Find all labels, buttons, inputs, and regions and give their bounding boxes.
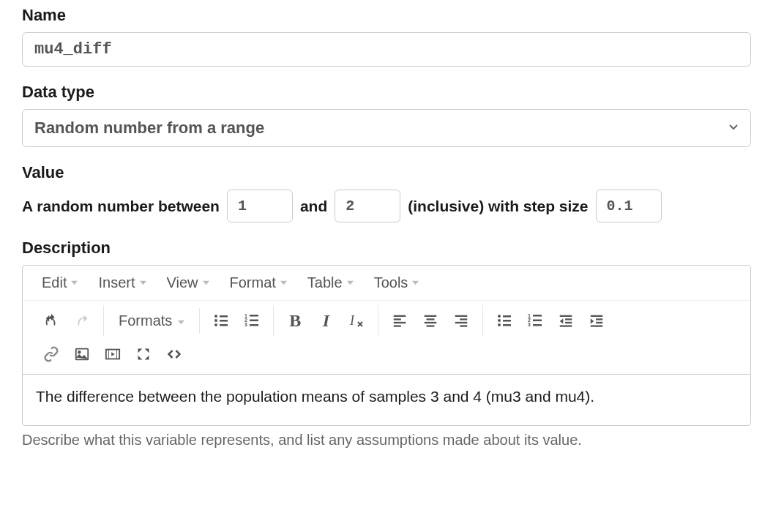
- svg-rect-5: [220, 324, 228, 326]
- svg-point-0: [214, 315, 217, 318]
- menu-view-label: View: [167, 274, 198, 291]
- caret-down-icon: [347, 280, 354, 286]
- value-row: A random number between and (inclusive) …: [22, 190, 751, 222]
- numbered-list-button[interactable]: 123: [236, 305, 267, 336]
- svg-rect-13: [394, 315, 406, 317]
- svg-rect-37: [560, 315, 572, 317]
- svg-point-4: [214, 323, 217, 326]
- svg-rect-16: [394, 325, 401, 326]
- menu-format-label: Format: [230, 274, 276, 291]
- caret-down-icon: [280, 280, 287, 286]
- svg-rect-42: [596, 318, 602, 320]
- menu-edit-label: Edit: [42, 274, 67, 291]
- svg-rect-7: [250, 315, 258, 317]
- datatype-select[interactable]: Random number from a range: [22, 109, 751, 147]
- svg-rect-23: [455, 322, 468, 323]
- svg-point-2: [214, 319, 217, 322]
- svg-rect-3: [220, 320, 228, 322]
- svg-rect-19: [425, 322, 437, 323]
- svg-text:I: I: [349, 313, 355, 328]
- link-button[interactable]: [36, 339, 67, 370]
- outdent-button[interactable]: [550, 305, 581, 336]
- svg-rect-32: [533, 315, 542, 317]
- svg-rect-14: [394, 318, 401, 320]
- align-right-button[interactable]: [446, 305, 477, 336]
- svg-rect-1: [220, 315, 228, 318]
- align-center-button[interactable]: [415, 305, 446, 336]
- formats-dropdown[interactable]: Formats: [110, 308, 193, 334]
- svg-point-27: [498, 319, 501, 322]
- menu-insert-label: Insert: [98, 274, 135, 291]
- svg-rect-39: [565, 322, 572, 323]
- description-label: Description: [22, 239, 751, 258]
- italic-button[interactable]: I: [310, 305, 341, 336]
- value-text-inclusive: (inclusive) with step size: [408, 198, 588, 215]
- fullscreen-button[interactable]: [128, 339, 159, 370]
- description-help: Describe what this variable represents, …: [22, 432, 751, 449]
- svg-rect-20: [427, 325, 435, 326]
- svg-rect-34: [533, 320, 542, 322]
- align-left-button[interactable]: [384, 305, 415, 336]
- datatype-select-wrapper: Random number from a range: [22, 109, 751, 147]
- svg-rect-36: [533, 324, 542, 326]
- editor-menubar: Edit Insert View Format Table Tools: [23, 266, 750, 301]
- undo-button[interactable]: [36, 305, 67, 336]
- value-group: Value A random number between and (inclu…: [22, 163, 751, 222]
- image-button[interactable]: [67, 339, 97, 370]
- svg-rect-22: [460, 318, 468, 320]
- datatype-group: Data type Random number from a range: [22, 83, 751, 147]
- svg-rect-40: [560, 325, 572, 326]
- clear-format-button[interactable]: I: [341, 305, 372, 336]
- value-step-input[interactable]: [596, 190, 662, 222]
- svg-rect-44: [591, 325, 603, 326]
- menu-format[interactable]: Format: [220, 270, 297, 296]
- menu-view[interactable]: View: [157, 270, 220, 296]
- svg-rect-24: [460, 325, 468, 326]
- menu-table[interactable]: Table: [297, 270, 364, 296]
- value-min-input[interactable]: [227, 190, 293, 222]
- svg-rect-9: [250, 320, 258, 322]
- code-button[interactable]: [159, 339, 190, 370]
- name-group: Name: [22, 6, 751, 67]
- redo-button[interactable]: [67, 305, 97, 336]
- menu-tools-label: Tools: [374, 274, 408, 291]
- svg-point-25: [498, 315, 501, 318]
- svg-rect-21: [455, 315, 468, 317]
- video-button[interactable]: [97, 339, 128, 370]
- value-text-and: and: [300, 198, 327, 215]
- caret-down-icon: [203, 280, 209, 286]
- menu-insert[interactable]: Insert: [88, 270, 156, 296]
- editor-toolbar: Formats 123 B I I: [23, 301, 750, 374]
- name-input[interactable]: [22, 32, 751, 67]
- svg-rect-38: [565, 318, 572, 320]
- value-max-input[interactable]: [335, 190, 400, 222]
- value-text-before: A random number between: [22, 198, 220, 215]
- bullet-list-alt-button[interactable]: [489, 305, 520, 336]
- svg-rect-18: [427, 318, 435, 320]
- svg-point-46: [78, 351, 81, 353]
- menu-tools[interactable]: Tools: [364, 270, 430, 296]
- svg-rect-30: [503, 324, 511, 326]
- description-content[interactable]: The difference between the population me…: [23, 374, 750, 425]
- svg-rect-28: [503, 320, 511, 322]
- svg-text:3: 3: [528, 322, 531, 327]
- menu-table-label: Table: [307, 274, 343, 291]
- bold-button[interactable]: B: [280, 305, 310, 336]
- formats-label: Formats: [119, 312, 172, 329]
- bullet-list-button[interactable]: [206, 305, 236, 336]
- value-label: Value: [22, 163, 751, 182]
- description-group: Description Edit Insert View Format Tabl…: [22, 239, 751, 449]
- numbered-list-alt-button[interactable]: 123: [520, 305, 550, 336]
- indent-button[interactable]: [581, 305, 612, 336]
- menu-edit[interactable]: Edit: [31, 270, 88, 296]
- caret-down-icon: [178, 312, 184, 329]
- caret-down-icon: [140, 280, 146, 286]
- svg-rect-15: [394, 322, 406, 323]
- svg-rect-41: [591, 315, 603, 317]
- svg-text:3: 3: [244, 322, 247, 327]
- svg-rect-43: [596, 322, 602, 323]
- datatype-label: Data type: [22, 83, 751, 102]
- svg-point-29: [498, 323, 501, 326]
- rich-text-editor: Edit Insert View Format Table Tools: [22, 265, 751, 426]
- svg-rect-17: [425, 315, 437, 317]
